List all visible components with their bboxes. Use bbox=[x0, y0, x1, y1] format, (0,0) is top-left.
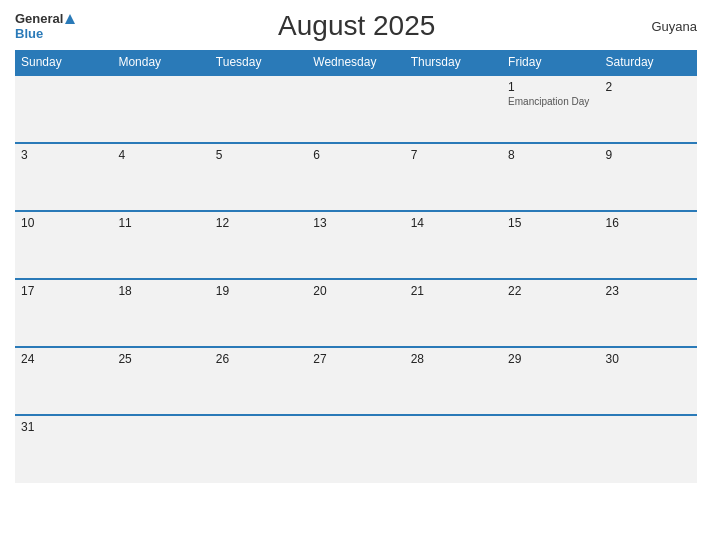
day-number: 13 bbox=[313, 216, 398, 230]
day-number: 28 bbox=[411, 352, 496, 366]
calendar-cell bbox=[112, 75, 209, 143]
day-number: 21 bbox=[411, 284, 496, 298]
day-number: 25 bbox=[118, 352, 203, 366]
day-number: 31 bbox=[21, 420, 106, 434]
calendar-cell bbox=[307, 415, 404, 483]
calendar-cell: 29 bbox=[502, 347, 599, 415]
day-number: 4 bbox=[118, 148, 203, 162]
calendar-title: August 2025 bbox=[76, 10, 637, 42]
calendar-cell: 7 bbox=[405, 143, 502, 211]
calendar-cell: 25 bbox=[112, 347, 209, 415]
calendar-cell bbox=[210, 75, 307, 143]
header-friday: Friday bbox=[502, 50, 599, 75]
day-number: 22 bbox=[508, 284, 593, 298]
calendar-cell: 21 bbox=[405, 279, 502, 347]
calendar-table: Sunday Monday Tuesday Wednesday Thursday… bbox=[15, 50, 697, 483]
calendar-cell: 30 bbox=[600, 347, 697, 415]
table-row: 10111213141516 bbox=[15, 211, 697, 279]
calendar-cell: 3 bbox=[15, 143, 112, 211]
calendar-cell bbox=[600, 415, 697, 483]
table-row: 3456789 bbox=[15, 143, 697, 211]
calendar-cell: 2 bbox=[600, 75, 697, 143]
calendar-cell: 26 bbox=[210, 347, 307, 415]
calendar-cell bbox=[15, 75, 112, 143]
holiday-label: Emancipation Day bbox=[508, 96, 593, 107]
calendar-cell bbox=[405, 415, 502, 483]
calendar-cell bbox=[210, 415, 307, 483]
calendar-cell: 18 bbox=[112, 279, 209, 347]
calendar-cell: 8 bbox=[502, 143, 599, 211]
day-number: 5 bbox=[216, 148, 301, 162]
calendar-cell bbox=[112, 415, 209, 483]
calendar-cell: 10 bbox=[15, 211, 112, 279]
logo-bottom: Blue bbox=[15, 26, 43, 41]
day-number: 23 bbox=[606, 284, 691, 298]
table-row: 24252627282930 bbox=[15, 347, 697, 415]
logo-general-text: General bbox=[15, 11, 63, 26]
weekday-header-row: Sunday Monday Tuesday Wednesday Thursday… bbox=[15, 50, 697, 75]
day-number: 11 bbox=[118, 216, 203, 230]
day-number: 3 bbox=[21, 148, 106, 162]
calendar-cell: 27 bbox=[307, 347, 404, 415]
day-number: 8 bbox=[508, 148, 593, 162]
header: General Blue August 2025 Guyana bbox=[15, 10, 697, 42]
calendar-cell: 23 bbox=[600, 279, 697, 347]
header-saturday: Saturday bbox=[600, 50, 697, 75]
table-row: 17181920212223 bbox=[15, 279, 697, 347]
calendar-cell: 9 bbox=[600, 143, 697, 211]
logo-blue-text: Blue bbox=[15, 26, 43, 41]
calendar-cell: 16 bbox=[600, 211, 697, 279]
calendar-cell: 31 bbox=[15, 415, 112, 483]
calendar-cell: 28 bbox=[405, 347, 502, 415]
calendar-cell: 1Emancipation Day bbox=[502, 75, 599, 143]
day-number: 9 bbox=[606, 148, 691, 162]
calendar-page: General Blue August 2025 Guyana Sunday M… bbox=[0, 0, 712, 550]
calendar-cell bbox=[307, 75, 404, 143]
calendar-cell: 11 bbox=[112, 211, 209, 279]
calendar-cell: 5 bbox=[210, 143, 307, 211]
day-number: 17 bbox=[21, 284, 106, 298]
calendar-cell: 12 bbox=[210, 211, 307, 279]
day-number: 1 bbox=[508, 80, 593, 94]
calendar-cell: 15 bbox=[502, 211, 599, 279]
calendar-cell: 13 bbox=[307, 211, 404, 279]
day-number: 19 bbox=[216, 284, 301, 298]
logo: General Blue bbox=[15, 11, 76, 41]
day-number: 10 bbox=[21, 216, 106, 230]
day-number: 20 bbox=[313, 284, 398, 298]
header-wednesday: Wednesday bbox=[307, 50, 404, 75]
country-label: Guyana bbox=[637, 19, 697, 34]
day-number: 2 bbox=[606, 80, 691, 94]
calendar-cell bbox=[405, 75, 502, 143]
header-monday: Monday bbox=[112, 50, 209, 75]
day-number: 26 bbox=[216, 352, 301, 366]
calendar-cell: 17 bbox=[15, 279, 112, 347]
day-number: 12 bbox=[216, 216, 301, 230]
day-number: 7 bbox=[411, 148, 496, 162]
calendar-cell: 6 bbox=[307, 143, 404, 211]
header-sunday: Sunday bbox=[15, 50, 112, 75]
calendar-cell: 22 bbox=[502, 279, 599, 347]
header-tuesday: Tuesday bbox=[210, 50, 307, 75]
calendar-cell: 4 bbox=[112, 143, 209, 211]
day-number: 30 bbox=[606, 352, 691, 366]
calendar-cell bbox=[502, 415, 599, 483]
logo-triangle-icon bbox=[64, 13, 76, 25]
calendar-cell: 14 bbox=[405, 211, 502, 279]
day-number: 6 bbox=[313, 148, 398, 162]
day-number: 14 bbox=[411, 216, 496, 230]
day-number: 18 bbox=[118, 284, 203, 298]
header-thursday: Thursday bbox=[405, 50, 502, 75]
calendar-cell: 19 bbox=[210, 279, 307, 347]
logo-top: General bbox=[15, 11, 76, 26]
table-row: 1Emancipation Day2 bbox=[15, 75, 697, 143]
day-number: 24 bbox=[21, 352, 106, 366]
calendar-cell: 20 bbox=[307, 279, 404, 347]
calendar-cell: 24 bbox=[15, 347, 112, 415]
day-number: 29 bbox=[508, 352, 593, 366]
svg-marker-0 bbox=[65, 14, 75, 24]
day-number: 16 bbox=[606, 216, 691, 230]
day-number: 27 bbox=[313, 352, 398, 366]
day-number: 15 bbox=[508, 216, 593, 230]
table-row: 31 bbox=[15, 415, 697, 483]
